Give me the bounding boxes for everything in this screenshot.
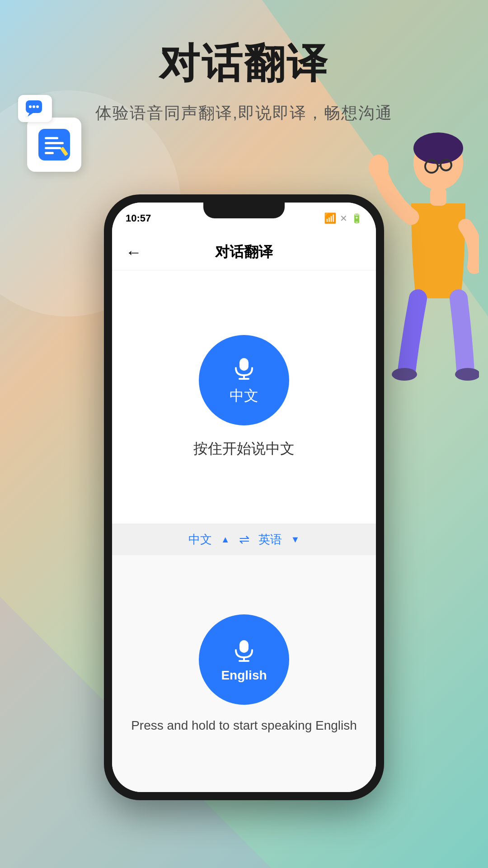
svg-rect-2: [45, 142, 64, 144]
lang-swap-button[interactable]: ⇌: [239, 532, 249, 547]
svg-point-8: [33, 105, 35, 108]
lang-zh-label[interactable]: 中文: [188, 532, 212, 547]
svg-line-15: [438, 165, 441, 166]
svg-point-9: [36, 105, 39, 108]
svg-rect-24: [239, 640, 249, 653]
english-label: English: [221, 668, 267, 683]
language-bar: 中文 ▲ ⇌ 英语 ▼: [112, 524, 376, 555]
chinese-voice-section: 中文 按住开始说中文: [112, 270, 376, 524]
main-title: 对话翻译: [0, 36, 488, 91]
app-title: 对话翻译: [215, 242, 273, 262]
lang-down-arrow[interactable]: ▼: [291, 534, 300, 545]
svg-rect-3: [45, 147, 61, 149]
chinese-label: 中文: [230, 386, 258, 406]
chinese-instruction: 按住开始说中文: [193, 439, 295, 459]
svg-marker-10: [28, 113, 33, 117]
svg-rect-17: [375, 155, 380, 168]
header-section: 对话翻译 体验语音同声翻译,即说即译，畅想沟通: [0, 0, 488, 124]
svg-point-12: [413, 132, 463, 164]
mic-icon-zh: [230, 354, 258, 382]
signal-icon: ✕: [340, 213, 347, 224]
svg-point-7: [29, 105, 32, 108]
phone-screen: 10:57 📶 ✕ 🔋 ← 对话翻译: [112, 203, 376, 792]
wifi-icon: 📶: [324, 212, 336, 224]
chinese-voice-button[interactable]: 中文: [199, 335, 289, 425]
phone-frame: 10:57 📶 ✕ 🔋 ← 对话翻译: [104, 194, 384, 800]
mic-icon-en: [230, 637, 258, 664]
lang-up-arrow[interactable]: ▲: [221, 534, 230, 545]
english-voice-button[interactable]: English: [199, 614, 289, 705]
lang-en-label[interactable]: 英语: [258, 532, 282, 547]
english-instruction: Press and hold to start speaking English: [131, 718, 357, 733]
app-header: ← 对话翻译: [112, 234, 376, 270]
svg-rect-21: [239, 358, 249, 371]
floating-decoration: [27, 118, 81, 172]
svg-rect-4: [45, 152, 54, 154]
note-card-icon: [27, 118, 81, 172]
english-voice-section: English Press and hold to start speaking…: [112, 555, 376, 792]
status-bar: 10:57 📶 ✕ 🔋: [112, 203, 376, 234]
phone-mockup: 10:57 📶 ✕ 🔋 ← 对话翻译: [104, 194, 384, 800]
svg-rect-1: [45, 137, 58, 139]
chat-bubble-decoration: [18, 95, 52, 122]
svg-rect-20: [430, 188, 446, 206]
svg-point-18: [392, 368, 417, 381]
notch: [203, 203, 285, 218]
battery-icon: 🔋: [351, 213, 362, 224]
status-icons: 📶 ✕ 🔋: [324, 212, 362, 224]
back-button[interactable]: ←: [126, 243, 142, 262]
status-time: 10:57: [126, 212, 151, 224]
